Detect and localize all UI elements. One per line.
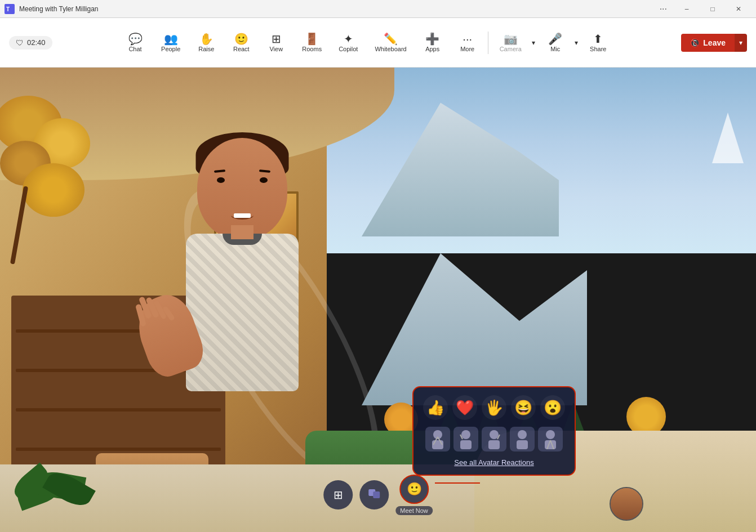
reaction-wave[interactable]: 🖐️ <box>482 395 506 420</box>
svg-point-14 <box>546 430 555 439</box>
svg-rect-13 <box>517 440 528 449</box>
apps-icon: ➕ <box>425 33 439 44</box>
leave-group: 📵 Leave ▾ <box>681 34 747 52</box>
svg-point-12 <box>518 430 527 439</box>
avatar-character <box>101 93 383 532</box>
leave-label: Leave <box>703 38 726 47</box>
share-label: Share <box>590 46 606 52</box>
avatar-reaction-2[interactable] <box>453 427 478 451</box>
react-label: React <box>233 46 250 52</box>
people-label: People <box>161 46 180 52</box>
svg-rect-7 <box>460 440 472 449</box>
copilot-label: Copilot <box>339 46 358 52</box>
grid-control-button[interactable]: ⊞ <box>323 480 353 509</box>
more-button[interactable]: ··· More <box>451 29 484 57</box>
share-button[interactable]: ⬆ Share <box>581 29 615 57</box>
meet-now-label: Meet Now <box>395 506 433 515</box>
user-avatar-image <box>611 488 642 520</box>
shield-icon: 🛡 <box>16 38 24 47</box>
avatar-body <box>124 138 361 532</box>
bottom-controls: ⊞ 🙂 Meet Now <box>323 475 433 515</box>
view-button[interactable]: ⊞ View <box>259 29 293 57</box>
mic-label: Mic <box>550 46 560 52</box>
people-icon: 👥 <box>164 33 178 44</box>
avatar-reaction-5[interactable] <box>538 427 563 451</box>
rooms-label: Rooms <box>302 46 322 52</box>
view-label: View <box>269 46 283 52</box>
people-button[interactable]: 👥 People <box>153 29 188 57</box>
raise-icon: ✋ <box>199 33 214 44</box>
timer-badge: 🛡 02:40 <box>9 36 52 50</box>
toolbar-divider-1 <box>488 32 488 54</box>
reaction-thumbsup[interactable]: 👍 <box>423 395 448 420</box>
user-avatar-thumbnail[interactable] <box>610 487 643 521</box>
raise-button[interactable]: ✋ Raise <box>189 29 223 57</box>
see-all-avatar-reactions-link[interactable]: See all Avatar Reactions <box>421 458 567 467</box>
mic-button[interactable]: 🎤 Mic <box>539 29 572 57</box>
svg-text:T: T <box>6 6 10 12</box>
toolbar-right: 📵 Leave ▾ <box>681 34 747 52</box>
camera-icon: 📷 <box>504 33 518 44</box>
share-icon: ⬆ <box>593 33 603 44</box>
react-icon: 🙂 <box>234 33 248 44</box>
camera-label: Camera <box>500 46 522 52</box>
leaf-4 <box>23 163 85 217</box>
red-connector-line <box>435 482 480 484</box>
mountain-2 <box>362 96 559 236</box>
whiteboard-icon: ✏️ <box>384 33 398 44</box>
title-bar-left: T Meeting with Tyler Milligan <box>5 4 99 14</box>
svg-rect-10 <box>488 440 500 449</box>
svg-point-9 <box>490 430 499 439</box>
reactions-avatars-row <box>421 427 567 451</box>
chat-button[interactable]: 💬 Chat <box>118 29 152 57</box>
mic-arrow-button[interactable]: ▾ <box>572 37 580 49</box>
close-button[interactable]: ✕ <box>726 0 751 18</box>
mountains <box>362 96 756 321</box>
foliage-left <box>0 96 113 265</box>
avatar-reaction-3[interactable] <box>482 427 506 451</box>
reaction-laugh[interactable]: 😆 <box>511 395 536 420</box>
tree-branch <box>10 186 28 264</box>
mic-icon: 🎤 <box>548 33 562 44</box>
avatar-reaction-1[interactable] <box>425 427 450 451</box>
avatar-torso <box>186 234 299 391</box>
rooms-button[interactable]: 🚪 Rooms <box>294 29 330 57</box>
mic-group: 🎤 Mic ▾ <box>539 29 580 57</box>
smiley-icon: 🙂 <box>407 482 422 497</box>
copilot-button[interactable]: ✦ Copilot <box>331 29 366 57</box>
toolbar-left: 🛡 02:40 <box>9 36 52 50</box>
grid-icon: ⊞ <box>333 488 343 502</box>
raise-label: Raise <box>198 46 214 52</box>
chat-icon: 💬 <box>128 33 143 44</box>
whiteboard-label: Whiteboard <box>375 46 406 52</box>
smiley-button[interactable]: 🙂 <box>399 475 429 504</box>
camera-button[interactable]: 📷 Camera <box>492 29 530 57</box>
maximize-button[interactable]: □ <box>700 0 726 18</box>
plant-bottom-left <box>6 436 107 504</box>
main-content: 👍 ❤️ 🖐️ 😆 😮 <box>0 68 756 532</box>
avatar-control-button[interactable] <box>359 480 389 509</box>
apps-label: Apps <box>425 46 439 52</box>
reaction-wow[interactable]: 😮 <box>540 395 565 420</box>
reactions-emojis-row: 👍 ❤️ 🖐️ 😆 😮 <box>421 395 567 420</box>
window-menu-dots[interactable]: ··· <box>653 0 674 18</box>
whiteboard-button[interactable]: ✏️ Whiteboard <box>367 29 414 57</box>
leave-arrow-button[interactable]: ▾ <box>735 34 747 52</box>
timer-value: 02:40 <box>27 38 46 47</box>
rooms-icon: 🚪 <box>305 33 319 44</box>
avatar-icon <box>367 487 381 503</box>
toolbar: 🛡 02:40 💬 Chat 👥 People ✋ Raise 🙂 React … <box>0 18 756 68</box>
minimize-button[interactable]: – <box>674 0 700 18</box>
apps-button[interactable]: ➕ Apps <box>416 29 450 57</box>
leave-phone-icon: 📵 <box>690 38 700 47</box>
reaction-heart[interactable]: ❤️ <box>452 395 477 420</box>
avatar-reaction-4[interactable] <box>510 427 535 451</box>
react-button[interactable]: 🙂 React <box>224 29 258 57</box>
window-title: Meeting with Tyler Milligan <box>19 5 99 13</box>
svg-rect-19 <box>373 491 380 498</box>
camera-arrow-button[interactable]: ▾ <box>530 37 537 49</box>
toolbar-center: 💬 Chat 👥 People ✋ Raise 🙂 React ⊞ View 🚪… <box>118 29 615 57</box>
more-label: More <box>460 46 474 52</box>
reactions-panel: 👍 ❤️ 🖐️ 😆 😮 <box>412 386 576 476</box>
leave-button[interactable]: 📵 Leave <box>681 34 735 52</box>
